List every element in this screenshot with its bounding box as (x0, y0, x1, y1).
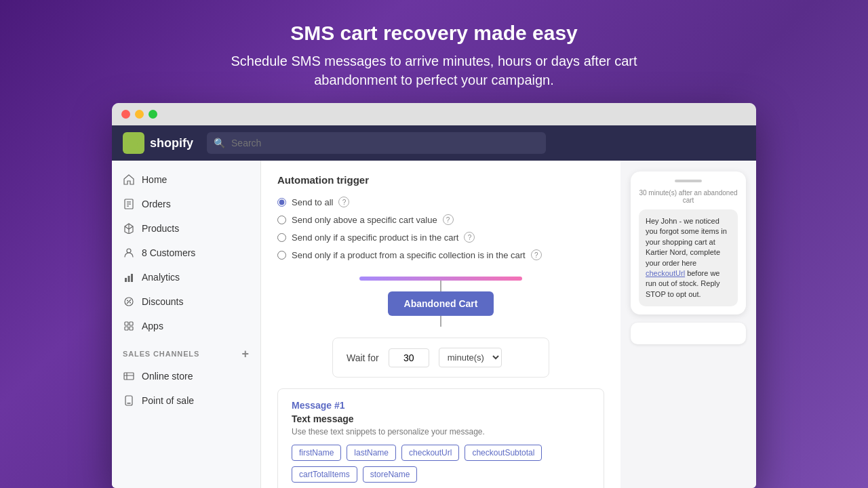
search-wrapper: 🔍 (207, 132, 546, 154)
phone-mockup: 30 minute(s) after an abandoned cart Hey… (631, 171, 746, 314)
shopify-logo-text: shopify (150, 136, 193, 150)
sidebar-item-point-of-sale-label: Point of sale (142, 395, 194, 406)
message-hint-text: Use these text snippets to personalize y… (292, 427, 590, 436)
flow-diagram: Abandoned Cart (277, 274, 604, 327)
apps-icon (123, 320, 135, 332)
radio-specific-product[interactable] (277, 233, 286, 242)
abandoned-cart-button[interactable]: Abandoned Cart (388, 291, 494, 316)
checkout-url-link[interactable]: checkoutUrl (646, 269, 685, 277)
help-cart-value-icon[interactable]: ? (443, 214, 454, 225)
svg-rect-8 (131, 274, 133, 282)
option-specific-product-label: Send only if a specific product is in th… (292, 232, 458, 243)
phone-time-label: 30 minute(s) after an abandoned cart (639, 189, 738, 204)
orders-icon (123, 198, 135, 210)
radio-collection[interactable] (277, 251, 286, 260)
maximize-dot[interactable] (149, 110, 157, 119)
radio-cart-value[interactable] (277, 216, 286, 224)
help-collection-icon[interactable]: ? (531, 249, 542, 260)
svg-point-5 (127, 249, 131, 253)
search-input[interactable] (207, 132, 546, 154)
logo-area: shopify (123, 132, 193, 154)
products-icon (123, 222, 135, 235)
sidebar-item-discounts-label: Discounts (142, 296, 183, 307)
snippet-firstName[interactable]: firstName (292, 445, 341, 461)
sidebar-item-products-label: Products (142, 223, 179, 234)
home-icon (123, 174, 135, 186)
point-of-sale-icon (123, 394, 135, 407)
close-dot[interactable] (121, 110, 130, 119)
message-section: Message #1 Text message Use these text s… (277, 388, 604, 488)
sales-channels-label: SALES CHANNELS (123, 350, 199, 358)
wait-unit-select[interactable]: minute(s) hour(s) day(s) (439, 348, 502, 367)
help-specific-product-icon[interactable]: ? (464, 232, 475, 243)
sidebar-item-customers-label: 8 Customers (142, 247, 195, 258)
browser-window: shopify 🔍 Home (112, 103, 756, 488)
topbar: shopify 🔍 (112, 125, 756, 161)
wait-for-box: Wait for minute(s) hour(s) day(s) (332, 338, 549, 378)
content-area: Automation trigger Send to all ? Send on… (261, 161, 620, 488)
svg-rect-12 (125, 322, 128, 325)
option-collection: Send only if a product from a specific c… (277, 249, 604, 260)
sidebar-item-analytics[interactable]: Analytics (112, 265, 260, 289)
sidebar-item-discounts[interactable]: Discounts (112, 289, 260, 314)
option-cart-value-label: Send only above a specific cart value (292, 215, 437, 225)
snippet-lastName[interactable]: lastName (347, 445, 396, 461)
sidebar-item-apps[interactable]: Apps (112, 314, 260, 338)
hero-title: SMS cart recovery made easy (197, 22, 671, 45)
automation-options: Send to all ? Send only above a specific… (277, 197, 604, 260)
discounts-icon (123, 296, 135, 308)
browser-titlebar (112, 103, 756, 125)
wait-for-label: Wait for (347, 352, 379, 363)
hero-subtitle: Schedule SMS messages to arrive minutes,… (197, 52, 671, 89)
phone-notch (675, 180, 702, 182)
analytics-icon (123, 271, 135, 283)
hero-section: SMS cart recovery made easy Schedule SMS… (183, 0, 685, 103)
sidebar-item-products[interactable]: Products (112, 216, 260, 241)
snippet-checkoutSubtotal[interactable]: checkoutSubtotal (465, 445, 542, 461)
svg-point-11 (130, 302, 131, 304)
online-store-icon (123, 370, 135, 382)
sidebar-item-online-store-label: Online store (142, 371, 193, 382)
snippets-container: firstName lastName checkoutUrl checkoutS… (292, 445, 590, 483)
sidebar-item-home[interactable]: Home (112, 167, 260, 192)
option-send-all: Send to all ? (277, 197, 604, 207)
phone-input-bar (631, 323, 746, 344)
snippet-cartTotalItems[interactable]: cartTotalItems (292, 466, 357, 483)
svg-rect-6 (125, 278, 127, 282)
shopify-logo-icon (123, 132, 144, 154)
message-type-label: Text message (292, 413, 590, 424)
customers-icon (123, 247, 135, 259)
phone-message-bubble: Hey John - we noticed you forgot some it… (639, 209, 738, 306)
svg-rect-14 (125, 327, 128, 330)
wait-for-value-input[interactable] (389, 348, 429, 367)
radio-send-all[interactable] (277, 198, 286, 207)
help-send-all-icon[interactable]: ? (338, 197, 349, 207)
sidebar-item-point-of-sale[interactable]: Point of sale (112, 388, 260, 413)
option-send-all-label: Send to all (292, 197, 333, 207)
svg-rect-19 (125, 396, 132, 405)
preview-panel: 30 minute(s) after an abandoned cart Hey… (620, 161, 756, 488)
sidebar-item-apps-label: Apps (142, 321, 163, 331)
search-icon: 🔍 (214, 138, 225, 148)
svg-rect-13 (130, 322, 133, 325)
option-cart-value: Send only above a specific cart value ? (277, 214, 604, 225)
sidebar-item-analytics-label: Analytics (142, 272, 180, 283)
snippet-storeName[interactable]: storeName (363, 466, 418, 483)
browser-body: shopify 🔍 Home (112, 125, 756, 488)
message-number-title: Message #1 (292, 400, 590, 411)
svg-rect-16 (124, 373, 134, 380)
sidebar-item-home-label: Home (142, 174, 167, 185)
add-sales-channel-button[interactable]: + (242, 348, 250, 360)
sidebar: Home Orders Products (112, 161, 261, 488)
sidebar-item-online-store[interactable]: Online store (112, 364, 260, 388)
main-content: Home Orders Products (112, 161, 756, 488)
minimize-dot[interactable] (135, 110, 144, 119)
snippet-checkoutUrl[interactable]: checkoutUrl (401, 445, 459, 461)
svg-rect-15 (130, 327, 133, 330)
option-specific-product: Send only if a specific product is in th… (277, 232, 604, 243)
flow-connector-bottom (440, 316, 441, 327)
sidebar-item-customers[interactable]: 8 Customers (112, 241, 260, 265)
sales-channels-header: SALES CHANNELS + (112, 338, 260, 364)
sidebar-item-orders[interactable]: Orders (112, 192, 260, 216)
svg-rect-7 (128, 276, 130, 282)
